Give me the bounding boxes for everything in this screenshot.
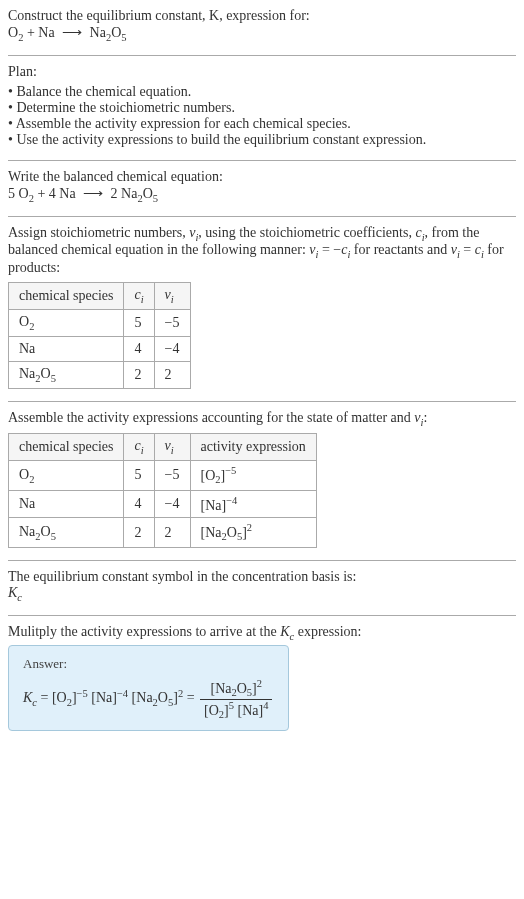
cell-ci: 2 — [124, 518, 154, 547]
divider — [8, 560, 516, 561]
col-vi: νi — [154, 283, 190, 310]
cell-vi: −4 — [154, 336, 190, 361]
prompt-label: Construct the equilibrium constant, K, e… — [8, 8, 310, 23]
plan-section: Plan: Balance the chemical equation. Det… — [8, 64, 516, 148]
table-header-row: chemical species ci νi — [9, 283, 191, 310]
cell-ci: 5 — [124, 461, 154, 490]
divider — [8, 401, 516, 402]
cell-vi: −4 — [154, 490, 190, 518]
plan-item: Use the activity expressions to build th… — [8, 132, 516, 148]
col-species: chemical species — [9, 434, 124, 461]
cell-species: O2 — [9, 309, 124, 336]
denominator: [O2]5 [Na]4 — [200, 700, 272, 720]
table-row: Na2O5 2 2 [Na2O5]2 — [9, 518, 317, 547]
answer-label: Answer: — [23, 656, 274, 672]
problem-statement: Construct the equilibrium constant, K, e… — [8, 8, 516, 43]
activity-intro: Assemble the activity expressions accoun… — [8, 410, 516, 428]
cell-activity: [Na]−4 — [190, 490, 316, 518]
activity-section: Assemble the activity expressions accoun… — [8, 410, 516, 548]
table-row: Na 4 −4 [Na]−4 — [9, 490, 317, 518]
plan-title: Plan: — [8, 64, 516, 80]
divider — [8, 55, 516, 56]
symbol-intro: The equilibrium constant symbol in the c… — [8, 569, 516, 585]
cell-vi: 2 — [154, 361, 190, 388]
plan-item: Balance the chemical equation. — [8, 84, 516, 100]
table-row: Na2O5 2 2 — [9, 361, 191, 388]
divider — [8, 216, 516, 217]
cell-activity: [O2]−5 — [190, 461, 316, 490]
col-ci: ci — [124, 283, 154, 310]
cell-species: O2 — [9, 461, 124, 490]
plan-item: Assemble the activity expression for eac… — [8, 116, 516, 132]
multiply-intro: Mulitply the activity expressions to arr… — [8, 624, 516, 642]
cell-ci: 5 — [124, 309, 154, 336]
table-row: Na 4 −4 — [9, 336, 191, 361]
stoich-intro: Assign stoichiometric numbers, νi, using… — [8, 225, 516, 277]
cell-ci: 4 — [124, 490, 154, 518]
answer-box: Answer: Kc = [O2]−5 [Na]−4 [Na2O5]2 = [N… — [8, 645, 289, 731]
balanced-intro: Write the balanced chemical equation: — [8, 169, 516, 185]
numerator: [Na2O5]2 — [200, 678, 272, 699]
reaction-arrow-icon: ⟶ — [62, 24, 82, 41]
reaction-arrow-icon: ⟶ — [83, 185, 103, 202]
divider — [8, 160, 516, 161]
fraction: [Na2O5]2[O2]5 [Na]4 — [200, 678, 272, 720]
col-species: chemical species — [9, 283, 124, 310]
col-vi: νi — [154, 434, 190, 461]
cell-species: Na — [9, 336, 124, 361]
table-row: O2 5 −5 [O2]−5 — [9, 461, 317, 490]
kc-symbol: Kc — [8, 585, 516, 603]
unbalanced-equation: O2 + Na ⟶ Na2O5 — [8, 24, 516, 43]
divider — [8, 615, 516, 616]
cell-species: Na2O5 — [9, 518, 124, 547]
cell-species: Na — [9, 490, 124, 518]
balanced-equation: 5 O2 + 4 Na ⟶ 2 Na2O5 — [8, 185, 516, 204]
stoich-table: chemical species ci νi O2 5 −5 Na 4 −4 N… — [8, 282, 191, 388]
multiply-section: Mulitply the activity expressions to arr… — [8, 624, 516, 732]
cell-ci: 2 — [124, 361, 154, 388]
symbol-section: The equilibrium constant symbol in the c… — [8, 569, 516, 603]
activity-table: chemical species ci νi activity expressi… — [8, 433, 317, 547]
cell-ci: 4 — [124, 336, 154, 361]
cell-activity: [Na2O5]2 — [190, 518, 316, 547]
plan-list: Balance the chemical equation. Determine… — [8, 84, 516, 148]
balanced-equation-section: Write the balanced chemical equation: 5 … — [8, 169, 516, 204]
table-header-row: chemical species ci νi activity expressi… — [9, 434, 317, 461]
col-activity: activity expression — [190, 434, 316, 461]
table-row: O2 5 −5 — [9, 309, 191, 336]
kc-expression: Kc = [O2]−5 [Na]−4 [Na2O5]2 = [Na2O5]2[O… — [23, 678, 274, 720]
prompt-text: Construct the equilibrium constant, K, e… — [8, 8, 516, 24]
cell-vi: 2 — [154, 518, 190, 547]
stoichiometric-section: Assign stoichiometric numbers, νi, using… — [8, 225, 516, 389]
cell-species: Na2O5 — [9, 361, 124, 388]
col-ci: ci — [124, 434, 154, 461]
cell-vi: −5 — [154, 461, 190, 490]
cell-vi: −5 — [154, 309, 190, 336]
plan-item: Determine the stoichiometric numbers. — [8, 100, 516, 116]
